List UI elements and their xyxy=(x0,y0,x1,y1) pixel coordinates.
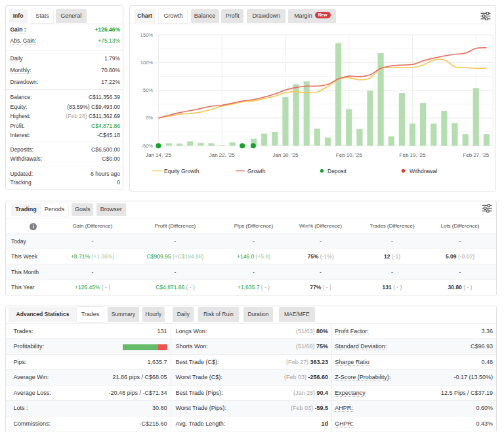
svg-text:100%: 100% xyxy=(140,60,154,66)
svg-text:0%: 0% xyxy=(146,115,153,121)
svg-text:-50%: -50% xyxy=(141,143,153,149)
svg-text:Deposit: Deposit xyxy=(327,168,346,174)
svg-text:Growth: Growth xyxy=(247,168,266,174)
svg-text:50%: 50% xyxy=(143,87,153,93)
svg-text:Feb 19, '25: Feb 19, '25 xyxy=(400,152,426,158)
svg-text:Jan 14, '25: Jan 14, '25 xyxy=(146,152,171,158)
svg-text:Jan 22, '25: Jan 22, '25 xyxy=(209,152,235,158)
svg-text:Feb 27, '25: Feb 27, '25 xyxy=(463,152,489,158)
svg-text:150%: 150% xyxy=(140,32,154,38)
svg-text:Jan 30, '25: Jan 30, '25 xyxy=(273,152,299,158)
svg-text:Withdrawal: Withdrawal xyxy=(410,168,437,174)
svg-text:Equity Growth: Equity Growth xyxy=(164,168,200,174)
svg-text:Feb 10, '25: Feb 10, '25 xyxy=(336,152,362,158)
